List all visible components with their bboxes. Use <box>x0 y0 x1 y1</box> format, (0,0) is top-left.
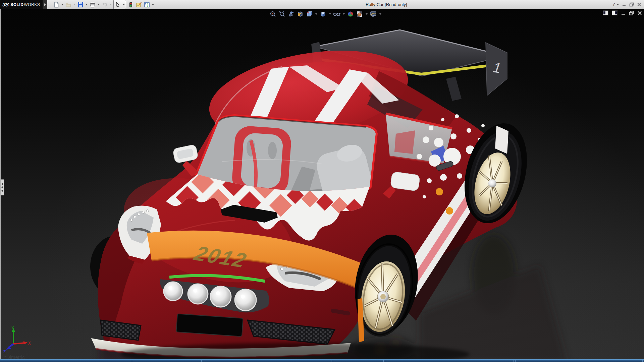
triad-x-label: X <box>28 341 31 346</box>
print-button[interactable] <box>89 1 97 9</box>
app-minimize-button[interactable] <box>622 2 626 7</box>
titlebar: 3S SOLID WORKS <box>0 0 644 9</box>
document-window-controls <box>603 10 642 15</box>
options-dropdown[interactable] <box>151 1 155 9</box>
traffic-light-icon <box>128 2 134 8</box>
save-floppy-icon <box>77 2 84 8</box>
menu-flyout-button[interactable] <box>43 0 47 9</box>
window-left-border <box>0 9 1 362</box>
new-document-button[interactable] <box>52 1 60 9</box>
restore-icon <box>629 11 634 15</box>
previous-view-icon <box>288 11 294 17</box>
view-orientation-dropdown[interactable] <box>314 10 318 18</box>
undo-arrow-icon <box>102 2 108 8</box>
zoom-to-fit-button[interactable] <box>269 10 277 18</box>
file-properties-button[interactable] <box>135 1 143 9</box>
zoom-to-area-button[interactable] <box>278 10 286 18</box>
pane-toggle-right-button[interactable] <box>612 10 618 15</box>
standard-toolbar <box>52 0 155 9</box>
view-settings-button[interactable] <box>369 10 377 18</box>
chevron-right-icon <box>44 3 46 6</box>
hide-show-items-button[interactable] <box>333 10 341 18</box>
help-button[interactable]: ? <box>613 2 615 7</box>
help-dropdown[interactable] <box>617 4 619 5</box>
rebuild-button[interactable] <box>127 1 135 9</box>
left-pane-icon <box>603 11 605 14</box>
close-icon <box>637 2 641 7</box>
triad-z-label: Z <box>3 350 6 354</box>
open-folder-icon <box>65 2 71 8</box>
appearance-sphere-icon <box>347 11 354 17</box>
display-style-button[interactable] <box>319 10 327 18</box>
options-checklist-icon <box>144 2 150 8</box>
select-tool-button[interactable] <box>114 1 122 9</box>
open-button[interactable] <box>64 1 72 9</box>
brand-solid: SOLID <box>10 2 23 7</box>
taskbar-button[interactable] <box>333 360 384 362</box>
previous-view-button[interactable] <box>287 10 295 18</box>
taskbar-button[interactable] <box>201 360 331 362</box>
select-tool-group <box>113 0 126 9</box>
pane-toggle-left-button[interactable] <box>603 10 608 15</box>
display-style-cube-icon <box>320 11 326 17</box>
select-cursor-icon <box>115 2 121 8</box>
minimize-icon <box>622 2 626 7</box>
chevron-left-icon <box>1 183 3 185</box>
save-button[interactable] <box>76 1 85 9</box>
select-tool-dropdown[interactable] <box>122 1 126 9</box>
orientation-triad[interactable]: Y X Z <box>2 325 33 354</box>
undo-button[interactable] <box>101 1 109 9</box>
view-settings-dropdown[interactable] <box>378 10 382 18</box>
minimize-icon <box>621 11 626 15</box>
undo-dropdown[interactable] <box>109 1 113 9</box>
chevron-left-icon <box>1 186 3 188</box>
new-document-icon <box>53 2 59 8</box>
scene-sphere-icon <box>356 11 363 17</box>
graphics-viewport[interactable]: 1 <box>0 9 644 362</box>
view-orientation-button[interactable] <box>305 10 313 18</box>
windows-taskbar-edge[interactable] <box>0 359 644 362</box>
zoom-to-area-icon <box>279 11 285 17</box>
print-dropdown[interactable] <box>97 1 101 9</box>
save-dropdown[interactable] <box>85 1 89 9</box>
app-restore-button[interactable] <box>629 2 634 7</box>
eyeglasses-icon <box>333 11 340 17</box>
hide-show-items-dropdown[interactable] <box>342 10 345 18</box>
section-view-button[interactable] <box>296 10 304 18</box>
options-button[interactable] <box>143 1 151 9</box>
apply-scene-dropdown[interactable] <box>365 10 368 18</box>
taskbar-button[interactable] <box>515 360 643 362</box>
document-title: Rally Car [Read-only] <box>366 0 407 9</box>
printer-icon <box>90 2 96 8</box>
new-dropdown[interactable] <box>60 1 64 9</box>
taskbar-button[interactable] <box>386 360 514 362</box>
app-close-button[interactable] <box>637 2 641 7</box>
display-style-dropdown[interactable] <box>328 10 332 18</box>
doc-close-button[interactable] <box>637 11 642 15</box>
open-dropdown[interactable] <box>72 1 76 9</box>
taskbar-button[interactable] <box>1 360 132 362</box>
chevron-left-icon <box>1 190 3 192</box>
doc-restore-button[interactable] <box>629 11 634 15</box>
restore-icon <box>629 2 634 7</box>
edit-appearance-button[interactable] <box>346 10 355 18</box>
brand-works: WORKS <box>24 2 40 7</box>
monitor-icon <box>370 11 377 17</box>
apply-scene-button[interactable] <box>356 10 364 18</box>
triad-y-label: Y <box>11 325 14 330</box>
doc-minimize-button[interactable] <box>621 11 626 15</box>
zoom-to-fit-icon <box>270 11 276 17</box>
section-view-icon <box>297 11 304 17</box>
note-pencil-icon <box>136 2 142 8</box>
titlebar-controls: ? <box>613 0 642 9</box>
close-icon <box>637 11 642 15</box>
view-orientation-cube-icon <box>306 11 313 17</box>
solidworks-logo: 3S SOLID WORKS <box>0 0 43 9</box>
right-pane-icon <box>615 11 617 14</box>
rally-car-model[interactable]: 1 <box>0 9 644 362</box>
headsup-view-toolbar <box>269 10 382 18</box>
3ds-logo-mark: 3S <box>2 2 9 7</box>
